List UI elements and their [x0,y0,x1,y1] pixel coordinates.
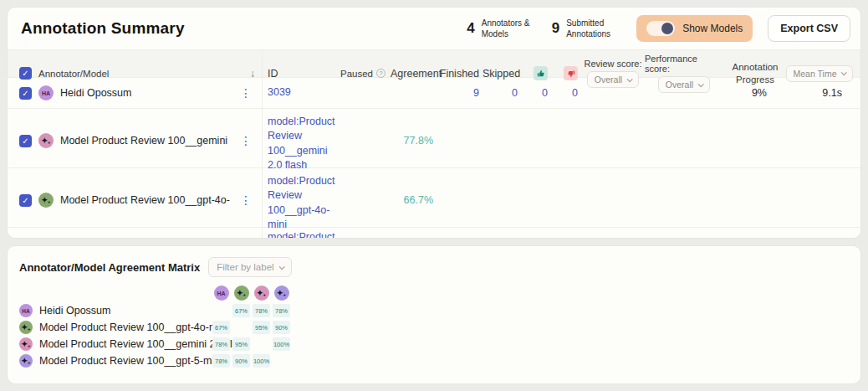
avatar: HA [38,85,54,100]
kebab-menu-icon[interactable]: ⋮ [237,135,255,147]
annotation-id-link[interactable]: 3039 [268,85,338,100]
matrix-cell: 100% [253,354,270,368]
page-title: Annotation Summary [21,19,185,38]
show-models-toggle[interactable]: Show Models [636,15,753,42]
avatar: ✦+ [38,193,54,208]
chevron-down-icon [627,76,633,82]
header-thumbs-down-cell [551,66,581,80]
header-skipped-label[interactable]: Skipped [483,68,521,80]
annotator-cell: ✓ ✦+ Model Product Review 100__gemini 2.… [8,109,263,172]
sparkle-icon: ✦+ [41,137,50,145]
thumbs-down-count-cell[interactable]: 0 [551,87,581,99]
toggle-knob [661,23,673,34]
header-id-label[interactable]: ID [263,68,338,80]
annotation-progress-cell: 9% [723,87,787,99]
annotation-id-link[interactable]: model:Product Review 100__gpt-4o-mini [268,174,338,232]
annotation-id-link[interactable]: model:Product Review 100__gemini 2.0 fla… [268,115,338,172]
header-paused-label: Paused [340,69,373,79]
avatar: HA [19,304,33,317]
header-annotator-label: Annotator/Model [38,69,109,79]
matrix-cell [253,337,270,351]
row-checkbox[interactable]: ✓ [19,87,32,100]
kebab-menu-icon[interactable]: ⋮ [237,87,255,99]
agreement-matrix: HA ✦+ ✦+ ✦+ HA Heidi Opossum 67% 78% 78%… [8,280,860,368]
matrix-cell: 90% [232,354,250,368]
header-performance-score-cell: Performance score: Overall [645,50,723,96]
matrix-cell: 67% [232,304,250,317]
kebab-menu-icon[interactable]: ⋮ [237,194,255,206]
avatar-initials: HA [217,291,225,296]
agreement-cell: 77.8% [391,135,437,147]
filter-by-label-select[interactable]: Filter by label [208,257,291,277]
stat-submitted-annotations: 9 Submitted Annotations [552,18,621,39]
annotator-name: Heidi Opossum [60,87,131,99]
show-models-label: Show Models [682,23,743,34]
stat-annotators-value: 4 [467,20,474,37]
annotator-cell: ✓ HA Heidi Opossum ⋮ [8,78,263,108]
matrix-cell: 78% [212,354,230,368]
matrix-row-label: ✦+ Model Product Review 100__gpt-5-mini [19,354,210,368]
performance-score-select[interactable]: Overall [658,76,710,93]
table-row: model:Product [8,227,860,239]
toggle-track[interactable] [646,21,675,36]
annotation-summary-card: Annotation Summary 4 Annotators & Models… [7,7,861,239]
avatar-initials: HA [22,308,29,314]
matrix-header: Annotator/Model Agreement Matrix Filter … [8,246,860,280]
annotator-cell [8,228,263,239]
thumbs-down-icon[interactable] [564,66,578,80]
matrix-cell: 95% [232,337,250,351]
performance-score-value: Overall [666,80,693,90]
matrix-col-avatar: ✦+ [253,286,270,301]
header-thumbs-up-cell [521,66,551,80]
finished-cell[interactable]: 9 [437,87,483,99]
filter-by-label-value: Filter by label [217,262,273,272]
table-row: ✓ ✦+ Model Product Review 100__gemini 2.… [8,108,860,167]
header-annotation-progress-label: Annotation Progress [723,61,787,86]
header-agreement-label[interactable]: Agreement [391,68,437,80]
avatar: ✦+ [19,354,33,368]
matrix-col-avatar: ✦+ [273,286,290,301]
matrix-row-label: ✦+ Model Product Review 100__gemini 2.0 … [19,337,210,351]
matrix-cell: 100% [273,337,290,351]
avatar: ✦+ [38,133,54,148]
matrix-cell [273,354,290,368]
annotator-cell: ✓ ✦+ Model Product Review 100__gpt-4o-mi… [8,168,263,232]
id-cell: 3039 [263,85,338,100]
skipped-cell[interactable]: 0 [483,87,521,99]
mean-time-cell: 9.1s [787,87,860,99]
avatar: ✦+ [19,337,33,351]
avatar-initials: HA [42,90,50,96]
annotation-id-link[interactable]: model:Product [268,230,338,239]
review-score-select[interactable]: Overall [587,71,639,88]
thumbs-up-icon[interactable] [534,66,548,80]
header-mean-time-cell: Mean Time [787,65,860,82]
row-checkbox[interactable]: ✓ [19,135,32,147]
sparkle-icon: ✦+ [41,197,50,204]
matrix-row-label: ✦+ Model Product Review 100__gpt-4o-mini [19,321,210,334]
check-icon: ✓ [22,89,28,98]
annotator-name: Model Product Review 100__gpt-4o-mini [60,194,230,206]
mean-time-select[interactable]: Mean Time [786,65,854,82]
check-icon: ✓ [22,196,28,205]
header-finished-label[interactable]: Finished [437,68,483,80]
matrix-cell: 78% [273,304,290,317]
mean-time-value: Mean Time [794,69,837,79]
check-icon: ✓ [22,136,28,146]
agreement-matrix-card: Annotator/Model Agreement Matrix Filter … [7,245,861,384]
row-checkbox[interactable]: ✓ [19,194,32,207]
sparkle-icon: ✦+ [21,324,30,332]
chevron-down-icon [698,81,704,87]
table-row: ✓ ✦+ Model Product Review 100__gpt-4o-mi… [8,167,860,227]
avatar: ✦+ [19,321,33,334]
help-icon[interactable]: ? [376,69,385,78]
matrix-title: Annotator/Model Agreement Matrix [19,261,200,274]
review-score-label: Review score: [584,59,641,69]
sparkle-icon: ✦+ [21,358,30,365]
matrix-cell: 67% [212,321,230,334]
summary-card-header: Annotation Summary 4 Annotators & Models… [8,8,860,49]
id-cell: model:Product [263,228,338,239]
chevron-down-icon [278,264,284,270]
matrix-cell [212,304,230,317]
thumbs-up-count-cell[interactable]: 0 [521,87,551,99]
export-csv-button[interactable]: Export CSV [768,15,850,42]
